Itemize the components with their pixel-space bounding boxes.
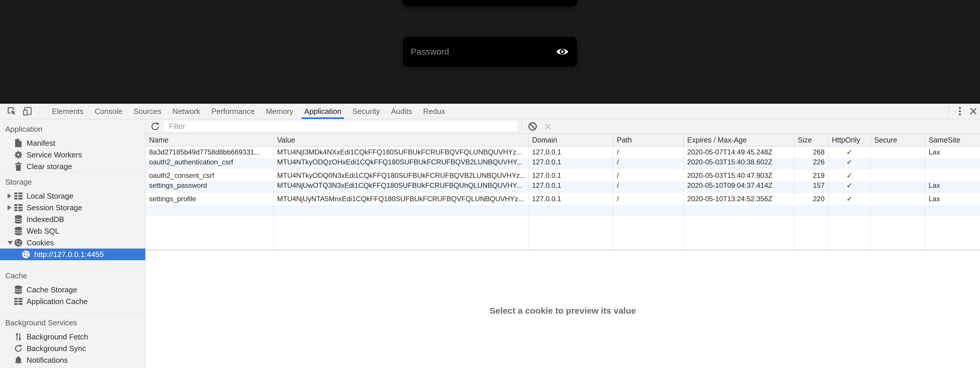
cookie-row[interactable]: settings_profile MTU4NjUyNTA5MnxEdi1CQkF… <box>146 193 980 205</box>
cookie-expires-cell[interactable]: 2020-05-10T13:24:52.356Z <box>684 193 794 205</box>
tab-elements[interactable]: Elements <box>46 104 89 119</box>
tab-sources[interactable]: Sources <box>128 104 167 119</box>
cookie-path-cell[interactable]: / <box>613 181 684 193</box>
sidebar-item-indexeddb[interactable]: IndexedDB <box>0 213 145 225</box>
cookie-samesite-cell[interactable] <box>925 170 980 181</box>
cookie-name-cell[interactable]: oauth2_consent_csrf <box>146 170 274 181</box>
column-header-secure[interactable]: Secure <box>870 134 925 146</box>
sidebar-item-cookies[interactable]: Cookies <box>0 237 145 248</box>
sidebar-item-service-workers[interactable]: Service Workers <box>0 149 145 161</box>
column-header-domain[interactable]: Domain <box>528 134 613 146</box>
sidebar-item-local-storage[interactable]: Local Storage <box>0 190 145 202</box>
sidebar-item-background-sync[interactable]: Background Sync <box>0 342 145 354</box>
sidebar-item-cache-storage[interactable]: Cache Storage <box>0 284 145 296</box>
sidebar-item-cookie-origin[interactable]: http://127.0.0.1:4455 <box>0 248 145 260</box>
sidebar-item-web-sql[interactable]: Web SQL <box>0 225 145 237</box>
cookie-expires-cell[interactable]: 2020-05-10T09:04:37.414Z <box>684 181 794 193</box>
tab-console[interactable]: Console <box>89 104 128 119</box>
cookie-icon <box>14 238 23 247</box>
sidebar-item-notifications[interactable]: Notifications <box>0 354 145 366</box>
cookie-path-cell[interactable]: / <box>613 170 684 181</box>
cookie-secure-cell[interactable] <box>870 158 925 170</box>
cookie-value-cell[interactable]: MTU4NTkyODQ0N3xEdi1CQkFFQ180SUFBUkFCRUFB… <box>274 170 528 181</box>
sidebar-item-manifest[interactable]: Manifest <box>0 137 145 149</box>
tab-network[interactable]: Network <box>167 104 205 119</box>
tab-memory[interactable]: Memory <box>260 104 299 119</box>
cookie-size-cell[interactable]: 219 <box>794 170 828 181</box>
cookie-name-cell[interactable]: settings_profile <box>146 193 274 205</box>
cookie-size-cell[interactable]: 157 <box>794 181 828 193</box>
column-header-name[interactable]: Name <box>146 134 274 146</box>
cookie-samesite-cell[interactable]: Lax <box>925 181 980 193</box>
cookie-secure-cell[interactable] <box>870 146 925 158</box>
cookie-name-cell[interactable]: 8a3d27185b49d7758d8bb669331... <box>146 146 274 158</box>
tab-redux[interactable]: Redux <box>418 104 450 119</box>
column-header-value[interactable]: Value <box>274 134 528 146</box>
devtools-menu-button[interactable] <box>953 104 967 118</box>
cookie-row[interactable]: 8a3d27185b49d7758d8bb669331... MTU4NjI3M… <box>146 146 980 158</box>
cookie-expires-cell[interactable]: 2020-05-03T15:40:47.903Z <box>684 170 794 181</box>
column-header-path[interactable]: Path <box>613 134 684 146</box>
empty-cell <box>828 216 870 250</box>
cookie-secure-cell[interactable] <box>870 193 925 205</box>
sidebar-item-background-fetch[interactable]: Background Fetch <box>0 331 145 342</box>
clear-all-cookies-button[interactable] <box>527 121 538 132</box>
cookie-name-cell[interactable]: oauth2_authentication_csrf <box>146 158 274 170</box>
cookie-size-cell[interactable]: 268 <box>794 146 828 158</box>
cookie-samesite-cell[interactable]: Lax <box>925 146 980 158</box>
sidebar-section-title: Background Services <box>0 317 145 329</box>
close-icon <box>969 107 977 115</box>
cookie-secure-cell[interactable] <box>870 181 925 193</box>
cookie-httponly-cell[interactable]: ✓ <box>828 181 870 193</box>
cookie-domain-cell[interactable]: 127.0.0.1 <box>528 146 613 158</box>
column-header-size[interactable]: Size <box>794 134 828 146</box>
tab-performance[interactable]: Performance <box>206 104 261 119</box>
cookie-name-cell[interactable]: settings_password <box>146 181 274 193</box>
devtools-close-button[interactable] <box>967 104 980 118</box>
cookie-domain-cell[interactable]: 127.0.0.1 <box>528 170 613 181</box>
cookie-value-cell[interactable]: MTU4NTkyODQzOHxEdi1CQkFFQ180SUFBUkFCRUFB… <box>274 158 528 170</box>
cookie-httponly-cell[interactable]: ✓ <box>828 193 870 205</box>
sidebar-item-clear-storage[interactable]: Clear storage <box>0 161 145 172</box>
cookie-size-cell[interactable]: 226 <box>794 158 828 170</box>
column-header-expires[interactable]: Expires / Max-Age <box>684 134 794 146</box>
x-icon <box>544 123 551 130</box>
cookie-row[interactable]: oauth2_consent_csrf MTU4NTkyODQ0N3xEdi1C… <box>146 170 980 181</box>
password-input[interactable] <box>403 37 555 67</box>
cookie-row[interactable]: oauth2_authentication_csrf MTU4NTkyODQzO… <box>146 158 980 170</box>
toggle-device-toolbar-button[interactable] <box>22 106 33 117</box>
cookie-httponly-cell[interactable]: ✓ <box>828 146 870 158</box>
cookie-secure-cell[interactable] <box>870 170 925 181</box>
cookie-path-cell[interactable]: / <box>613 146 684 158</box>
tab-audits[interactable]: Audits <box>385 104 417 119</box>
cookie-row[interactable]: settings_password MTU4NjUwOTQ3N3xEdi1CQk… <box>146 181 980 193</box>
cookie-httponly-cell[interactable]: ✓ <box>828 170 870 181</box>
column-header-samesite[interactable]: SameSite <box>925 134 980 146</box>
filter-input[interactable] <box>164 121 517 131</box>
cookie-expires-cell[interactable]: 2020-05-07T14:49:45.248Z <box>684 146 794 158</box>
cookie-size-cell[interactable]: 220 <box>794 193 828 205</box>
cookie-samesite-cell[interactable]: Lax <box>925 193 980 205</box>
password-visibility-toggle[interactable] <box>555 46 570 58</box>
cookie-path-cell[interactable]: / <box>613 193 684 205</box>
column-header-httponly[interactable]: HttpOnly <box>828 134 870 146</box>
cookie-value-cell[interactable]: MTU4NjUyNTA5MnxEdi1CQkFFQ180SUFBUkFCRUFB… <box>274 193 528 205</box>
cookie-httponly-cell[interactable]: ✓ <box>828 158 870 170</box>
tab-security[interactable]: Security <box>347 104 386 119</box>
cookie-domain-cell[interactable]: 127.0.0.1 <box>528 193 613 205</box>
cookie-path-cell[interactable]: / <box>613 158 684 170</box>
sidebar-item-session-storage[interactable]: Session Storage <box>0 202 145 213</box>
empty-cell <box>684 205 794 216</box>
delete-selected-button[interactable] <box>542 121 553 132</box>
username-field-partial[interactable] <box>403 0 577 6</box>
cookie-value-cell[interactable]: MTU4NjI3MDk4NXxEdi1CQkFFQ180SUFBUkFCRUFB… <box>274 146 528 158</box>
inspect-element-button[interactable] <box>6 106 18 117</box>
refresh-button[interactable] <box>150 121 161 132</box>
cookie-samesite-cell[interactable] <box>925 158 980 170</box>
tab-application[interactable]: Application <box>299 104 347 119</box>
cookie-domain-cell[interactable]: 127.0.0.1 <box>528 158 613 170</box>
cookie-expires-cell[interactable]: 2020-05-03T15:40:38.602Z <box>684 158 794 170</box>
cookie-value-cell[interactable]: MTU4NjUwOTQ3N3xEdi1CQkFFQ180SUFBUkFCRUFB… <box>274 181 528 193</box>
sidebar-item-application-cache[interactable]: Application Cache <box>0 296 145 307</box>
cookie-domain-cell[interactable]: 127.0.0.1 <box>528 181 613 193</box>
